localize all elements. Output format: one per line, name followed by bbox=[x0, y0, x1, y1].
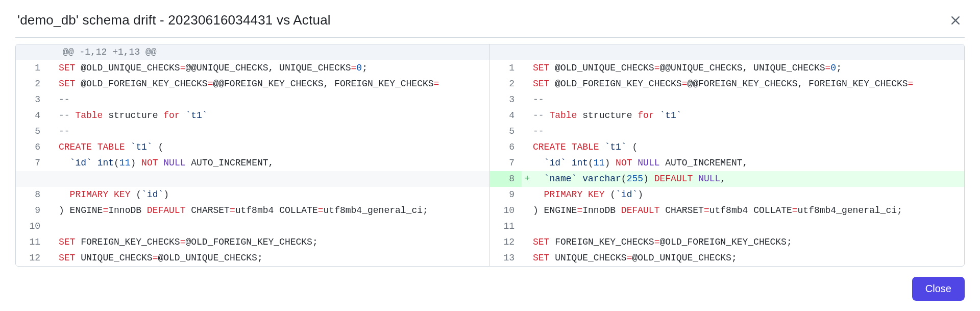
diff-line: 4-- Table structure for `t1` bbox=[16, 108, 489, 124]
diff-sign bbox=[522, 203, 533, 219]
diff-line: 3-- bbox=[490, 92, 964, 108]
diff-line: 9 PRIMARY KEY (`id`) bbox=[490, 187, 964, 203]
diff-sign bbox=[522, 234, 533, 250]
diff-line: 1SET @OLD_UNIQUE_CHECKS=@@UNIQUE_CHECKS,… bbox=[490, 60, 964, 76]
code-content: ) ENGINE=InnoDB DEFAULT CHARSET=utf8mb4 … bbox=[533, 203, 964, 219]
code-content: -- Table structure for `t1` bbox=[533, 108, 964, 124]
code-content: SET @OLD_UNIQUE_CHECKS=@@UNIQUE_CHECKS, … bbox=[533, 60, 964, 76]
diff-line: 12SET UNIQUE_CHECKS=@OLD_UNIQUE_CHECKS; bbox=[16, 250, 489, 266]
line-number: 12 bbox=[16, 250, 47, 266]
diff-line: 2SET @OLD_FOREIGN_KEY_CHECKS=@@FOREIGN_K… bbox=[490, 76, 964, 92]
code-content: CREATE TABLE `t1` ( bbox=[59, 139, 489, 155]
diff-sign: + bbox=[522, 171, 533, 187]
line-number: 8 bbox=[16, 187, 47, 203]
diff-sign bbox=[47, 219, 59, 234]
diff-hunk-header bbox=[490, 44, 964, 60]
code-content bbox=[59, 219, 489, 234]
diff-line: 8+ `name` varchar(255) DEFAULT NULL, bbox=[490, 171, 964, 187]
line-number: 6 bbox=[490, 139, 522, 155]
code-content: `name` varchar(255) DEFAULT NULL, bbox=[533, 171, 964, 187]
diff-sign bbox=[522, 60, 533, 76]
line-number: 12 bbox=[490, 234, 522, 250]
diff-sign bbox=[47, 92, 59, 108]
line-number: 4 bbox=[490, 108, 522, 124]
code-content: SET UNIQUE_CHECKS=@OLD_UNIQUE_CHECKS; bbox=[59, 250, 489, 266]
schema-drift-dialog: 'demo_db' schema drift - 20230616034431 … bbox=[0, 0, 980, 311]
diff-sign bbox=[522, 219, 533, 234]
code-content: -- bbox=[533, 124, 964, 139]
dialog-header: 'demo_db' schema drift - 20230616034431 … bbox=[15, 9, 965, 38]
diff-line: 10 bbox=[16, 219, 489, 234]
diff-sign bbox=[47, 187, 59, 203]
diff-line: 11 bbox=[490, 219, 964, 234]
line-number: 9 bbox=[490, 187, 522, 203]
diff-sign bbox=[47, 108, 59, 124]
diff-sign bbox=[47, 234, 59, 250]
close-button[interactable]: Close bbox=[912, 277, 965, 301]
code-content: -- Table structure for `t1` bbox=[59, 108, 489, 124]
diff-line: 12SET FOREIGN_KEY_CHECKS=@OLD_FOREIGN_KE… bbox=[490, 234, 964, 250]
code-content: SET UNIQUE_CHECKS=@OLD_UNIQUE_CHECKS; bbox=[533, 250, 964, 266]
dialog-footer: Close bbox=[15, 267, 965, 301]
diff-pane-left: @@ -1,12 +1,13 @@1SET @OLD_UNIQUE_CHECKS… bbox=[16, 44, 490, 266]
code-content: SET @OLD_FOREIGN_KEY_CHECKS=@@FOREIGN_KE… bbox=[59, 76, 489, 92]
code-content: SET FOREIGN_KEY_CHECKS=@OLD_FOREIGN_KEY_… bbox=[533, 234, 964, 250]
diff-line: 7 `id` int(11) NOT NULL AUTO_INCREMENT, bbox=[490, 155, 964, 171]
line-number bbox=[16, 171, 47, 187]
diff-sign bbox=[522, 92, 533, 108]
line-number: 11 bbox=[490, 219, 522, 234]
line-number: 4 bbox=[16, 108, 47, 124]
diff-line: 1SET @OLD_UNIQUE_CHECKS=@@UNIQUE_CHECKS,… bbox=[16, 60, 489, 76]
code-content: SET @OLD_UNIQUE_CHECKS=@@UNIQUE_CHECKS, … bbox=[59, 60, 489, 76]
diff-line: 3-- bbox=[16, 92, 489, 108]
code-content: `id` int(11) NOT NULL AUTO_INCREMENT, bbox=[533, 155, 964, 171]
diff-sign bbox=[522, 124, 533, 139]
diff-sign bbox=[47, 124, 59, 139]
close-icon[interactable] bbox=[948, 13, 963, 28]
diff-line: 10) ENGINE=InnoDB DEFAULT CHARSET=utf8mb… bbox=[490, 203, 964, 219]
code-content: SET FOREIGN_KEY_CHECKS=@OLD_FOREIGN_KEY_… bbox=[59, 234, 489, 250]
line-number: 2 bbox=[490, 76, 522, 92]
line-number: 2 bbox=[16, 76, 47, 92]
diff-line: 8 PRIMARY KEY (`id`) bbox=[16, 187, 489, 203]
diff-line bbox=[16, 171, 489, 187]
code-content: -- bbox=[533, 92, 964, 108]
code-content: PRIMARY KEY (`id`) bbox=[59, 187, 489, 203]
diff-line: 2SET @OLD_FOREIGN_KEY_CHECKS=@@FOREIGN_K… bbox=[16, 76, 489, 92]
code-content bbox=[59, 171, 489, 187]
code-content: PRIMARY KEY (`id`) bbox=[533, 187, 964, 203]
code-content: ) ENGINE=InnoDB DEFAULT CHARSET=utf8mb4 … bbox=[59, 203, 489, 219]
line-number: 6 bbox=[16, 139, 47, 155]
diff-hunk-header: @@ -1,12 +1,13 @@ bbox=[16, 44, 489, 60]
line-number: 5 bbox=[16, 124, 47, 139]
diff-line: 13SET UNIQUE_CHECKS=@OLD_UNIQUE_CHECKS; bbox=[490, 250, 964, 266]
diff-sign bbox=[522, 108, 533, 124]
diff-sign bbox=[522, 155, 533, 171]
line-number: 5 bbox=[490, 124, 522, 139]
diff-line: 5-- bbox=[16, 124, 489, 139]
diff-sign bbox=[47, 155, 59, 171]
diff-sign bbox=[522, 187, 533, 203]
diff-sign bbox=[47, 76, 59, 92]
line-number: 3 bbox=[16, 92, 47, 108]
diff-line: 11SET FOREIGN_KEY_CHECKS=@OLD_FOREIGN_KE… bbox=[16, 234, 489, 250]
line-number: 10 bbox=[16, 219, 47, 234]
code-content: -- bbox=[59, 124, 489, 139]
line-number: 10 bbox=[490, 203, 522, 219]
diff-sign bbox=[47, 171, 59, 187]
diff-pane-right: 1SET @OLD_UNIQUE_CHECKS=@@UNIQUE_CHECKS,… bbox=[490, 44, 964, 266]
code-content: `id` int(11) NOT NULL AUTO_INCREMENT, bbox=[59, 155, 489, 171]
diff-sign bbox=[47, 60, 59, 76]
code-content: CREATE TABLE `t1` ( bbox=[533, 139, 964, 155]
line-number: 13 bbox=[490, 250, 522, 266]
diff-line: 4-- Table structure for `t1` bbox=[490, 108, 964, 124]
dialog-title: 'demo_db' schema drift - 20230616034431 … bbox=[17, 12, 331, 28]
diff-sign bbox=[522, 250, 533, 266]
diff-line: 6CREATE TABLE `t1` ( bbox=[16, 139, 489, 155]
diff-viewer: @@ -1,12 +1,13 @@1SET @OLD_UNIQUE_CHECKS… bbox=[15, 44, 965, 267]
diff-line: 9) ENGINE=InnoDB DEFAULT CHARSET=utf8mb4… bbox=[16, 203, 489, 219]
code-content: -- bbox=[59, 92, 489, 108]
diff-sign bbox=[47, 203, 59, 219]
code-content bbox=[533, 219, 964, 234]
line-number: 1 bbox=[16, 60, 47, 76]
